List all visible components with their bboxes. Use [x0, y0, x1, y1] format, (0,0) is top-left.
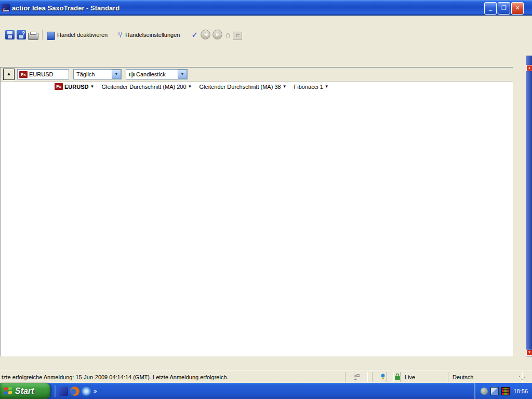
chart-type-dropdown[interactable]: Candlestick ▼: [126, 69, 188, 79]
confirm-icon[interactable]: ✓: [191, 30, 200, 39]
trade-disable-label[interactable]: Handel deaktivieren: [57, 32, 108, 38]
candlestick-icon: [129, 71, 134, 77]
scroll-down-icon[interactable]: ▼: [526, 350, 532, 356]
right-sidebar: [513, 56, 526, 356]
right-scrollbar[interactable]: ▲ ▼: [526, 56, 532, 358]
news-ticker-tab-bar: [0, 358, 532, 370]
trade-settings-label[interactable]: Handelseinstellungen: [125, 32, 180, 38]
title-bar: actior Idea SaxoTrader - Standard _ ❐ ✕: [0, 0, 532, 16]
environment-label: Live: [400, 372, 455, 382]
saxotrader-window: actior Idea SaxoTrader - Standard _ ❐ ✕ …: [0, 0, 532, 399]
quicklaunch-separator: [55, 385, 56, 397]
status-bar: tzte erfolgreiche Anmeldung: 15-Jun-2009…: [0, 370, 532, 383]
start-label: Start: [15, 387, 34, 396]
quicklaunch-overflow-icon[interactable]: »: [94, 388, 97, 395]
quicklaunch-ie-icon[interactable]: [82, 387, 91, 396]
resize-grip[interactable]: [518, 376, 525, 382]
trade-settings-icon[interactable]: ⑂: [118, 31, 124, 39]
status-message: tzte erfolgreiche Anmeldung: 15-Jun-2009…: [2, 374, 229, 380]
windows-logo-icon: [4, 387, 12, 395]
period-dropdown[interactable]: Täglich ▼: [73, 69, 122, 79]
legend-fibonacci[interactable]: Fibonacci 1 ▼: [294, 84, 329, 90]
forward-button[interactable]: ▶: [212, 30, 222, 39]
legend-symbol: EURUSD: [64, 84, 88, 90]
fx-icon: Fx: [19, 71, 28, 78]
chevron-down-icon[interactable]: ▼: [90, 84, 94, 89]
legend-ma38[interactable]: Gleitender Durchschnitt (MA) 38 ▼: [200, 84, 287, 90]
workspace-tab-bar: [0, 42, 532, 56]
taskbar-clock: 18:56: [513, 388, 528, 394]
chart-type-value: Candlestick: [136, 71, 166, 77]
start-button[interactable]: Start: [0, 383, 50, 399]
person-icon: [353, 374, 360, 380]
taskbar: Start » 18:56: [0, 383, 532, 399]
scroll-up-icon[interactable]: ▲: [526, 65, 532, 71]
minimize-button[interactable]: _: [484, 2, 497, 15]
main-toolbar: Handel deaktivieren ⑂ Handelseinstellung…: [0, 28, 532, 42]
period-value: Täglich: [76, 71, 95, 77]
collapse-toolbar-button[interactable]: ▲: [3, 69, 15, 80]
home-button[interactable]: ⌂: [223, 30, 232, 39]
instrument-field[interactable]: Fx EURUSD: [17, 69, 69, 79]
save-icon[interactable]: [5, 30, 15, 39]
tray-network-icon[interactable]: [490, 387, 499, 395]
legend-ma200[interactable]: Gleitender Durchschnitt (MA) 200 ▼: [101, 84, 192, 90]
network-icon: [379, 374, 387, 380]
app-icon: [2, 4, 10, 12]
menu-bar: [0, 16, 532, 28]
toolbar-separator: [42, 30, 43, 40]
window-title: actior Idea SaxoTrader - Standard: [12, 4, 119, 12]
chevron-down-icon[interactable]: ▼: [283, 84, 287, 89]
trade-disable-icon[interactable]: [47, 32, 55, 40]
chevron-down-icon[interactable]: ▼: [178, 70, 187, 79]
tray-connection-icon[interactable]: [501, 387, 510, 395]
close-button[interactable]: ✕: [511, 2, 524, 15]
chart-panel[interactable]: Fx EURUSD ▼ Gleitender Durchschnitt (MA)…: [0, 82, 526, 356]
legend-fib-label: Fibonacci 1: [294, 84, 323, 90]
print-icon[interactable]: [28, 33, 38, 40]
chevron-down-icon[interactable]: ▼: [325, 84, 329, 89]
back-button[interactable]: ◀: [201, 30, 210, 39]
chart-tab-bar: [0, 56, 526, 67]
chart-legend: Fx EURUSD ▼ Gleitender Durchschnitt (MA)…: [55, 83, 329, 90]
user-status-cell: [345, 372, 368, 382]
save-as-icon[interactable]: [17, 30, 26, 39]
legend-ma38-label: Gleitender Durchschnitt (MA) 38: [200, 84, 281, 90]
tray-update-icon[interactable]: [481, 388, 488, 395]
legend-instrument[interactable]: Fx EURUSD ▼: [55, 83, 94, 90]
quicklaunch-app-icon[interactable]: [59, 387, 68, 396]
system-tray: 18:56: [474, 383, 532, 399]
refresh-button[interactable]: ⇄: [233, 32, 242, 40]
legend-ma200-label: Gleitender Durchschnitt (MA) 200: [101, 84, 186, 90]
maximize-button[interactable]: ❐: [498, 2, 510, 15]
chart-toolbar: ▲ Fx EURUSD Täglich ▼ Candlestick ▼: [0, 67, 526, 82]
chart-canvas[interactable]: [1, 82, 527, 356]
chevron-down-icon[interactable]: ▼: [112, 70, 121, 79]
language-label: Deutsch: [448, 372, 523, 382]
quicklaunch-firefox-icon[interactable]: [70, 387, 79, 396]
instrument-value: EURUSD: [29, 71, 53, 77]
chevron-down-icon[interactable]: ▼: [188, 84, 192, 89]
fx-icon: Fx: [55, 83, 63, 90]
